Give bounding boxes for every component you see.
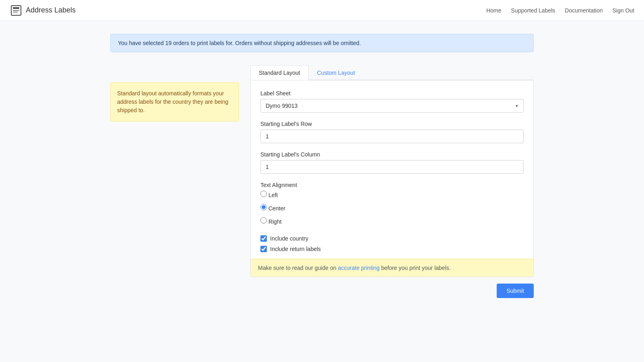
standard-layout-info: Standard layout automatically formats yo… — [110, 82, 239, 121]
radio-left-label: Left — [268, 192, 278, 198]
nav-supported-labels[interactable]: Supported Labels — [511, 7, 555, 14]
text-alignment-label: Text Alignment — [260, 182, 524, 188]
label-sheet-group: Label Sheet Dymo 99013 Avery 5160 Avery … — [260, 90, 524, 113]
navbar: Address Labels Home Supported Labels Doc… — [0, 0, 644, 21]
starting-row-input[interactable] — [260, 130, 524, 143]
submit-row: Submit — [250, 277, 534, 298]
brand-title: Address Labels — [26, 6, 76, 14]
include-country-label: Include country — [270, 235, 308, 242]
footer-note-suffix: before you print your labels. — [381, 265, 451, 271]
form-panel: Label Sheet Dymo 99013 Avery 5160 Avery … — [250, 80, 534, 277]
svg-rect-1 — [13, 7, 19, 9]
radio-center-label: Center — [268, 205, 285, 212]
radio-center[interactable]: Center — [260, 204, 524, 212]
include-return-labels-checkbox[interactable] — [260, 246, 267, 252]
standard-layout-info-text: Standard layout automatically formats yo… — [117, 90, 228, 113]
info-banner-text: You have selected 19 orders to print lab… — [118, 40, 361, 46]
main-content: You have selected 19 orders to print lab… — [101, 21, 543, 311]
starting-column-label: Starting Label's Column — [260, 151, 524, 158]
radio-right-input[interactable] — [260, 217, 267, 224]
footer-note-prefix: Make sure to read our guide on — [258, 265, 336, 271]
submit-button[interactable]: Submit — [497, 284, 534, 298]
text-alignment-group: Text Alignment Left Center — [260, 182, 524, 227]
starting-row-label: Starting Label's Row — [260, 121, 524, 127]
checkbox-group: Include country Include return labels — [260, 235, 524, 252]
tab-custom-layout[interactable]: Custom Layout — [309, 65, 363, 80]
label-sheet-label: Label Sheet — [260, 90, 524, 97]
nav-links: Home Supported Labels Documentation Sign… — [486, 7, 634, 14]
radio-right[interactable]: Right — [260, 217, 524, 225]
text-alignment-options: Left Center Right — [260, 191, 524, 227]
radio-left-input[interactable] — [260, 191, 267, 197]
layout-section: Standard layout automatically formats yo… — [110, 65, 534, 298]
starting-column-input[interactable] — [260, 160, 524, 174]
include-return-labels-checkbox-label[interactable]: Include return labels — [260, 246, 524, 252]
form-content: Label Sheet Dymo 99013 Avery 5160 Avery … — [251, 80, 533, 259]
nav-home[interactable]: Home — [486, 7, 501, 14]
include-country-checkbox-label[interactable]: Include country — [260, 235, 524, 242]
nav-sign-out[interactable]: Sign Out — [613, 7, 634, 14]
left-col: Standard layout automatically formats yo… — [110, 65, 239, 121]
radio-center-input[interactable] — [260, 204, 267, 210]
starting-row-group: Starting Label's Row — [260, 121, 524, 143]
footer-note: Make sure to read our guide on accurate … — [251, 259, 533, 277]
radio-left[interactable]: Left — [260, 191, 524, 198]
label-sheet-select-wrapper: Dymo 99013 Avery 5160 Avery 5163 Custom — [260, 99, 524, 113]
tab-standard-layout[interactable]: Standard Layout — [250, 65, 309, 80]
nav-documentation[interactable]: Documentation — [565, 7, 603, 14]
right-col: Standard Layout Custom Layout Label Shee… — [250, 65, 534, 298]
starting-column-group: Starting Label's Column — [260, 151, 524, 174]
footer-note-link[interactable]: accurate printing — [338, 265, 380, 271]
brand-link[interactable]: Address Labels — [10, 4, 76, 17]
info-banner: You have selected 19 orders to print lab… — [110, 34, 534, 52]
label-sheet-select[interactable]: Dymo 99013 Avery 5160 Avery 5163 Custom — [260, 99, 524, 113]
brand-icon — [10, 4, 23, 17]
include-return-labels-label: Include return labels — [270, 246, 321, 252]
radio-right-label: Right — [268, 218, 282, 225]
tabs: Standard Layout Custom Layout — [250, 65, 534, 80]
include-country-checkbox[interactable] — [260, 235, 267, 242]
